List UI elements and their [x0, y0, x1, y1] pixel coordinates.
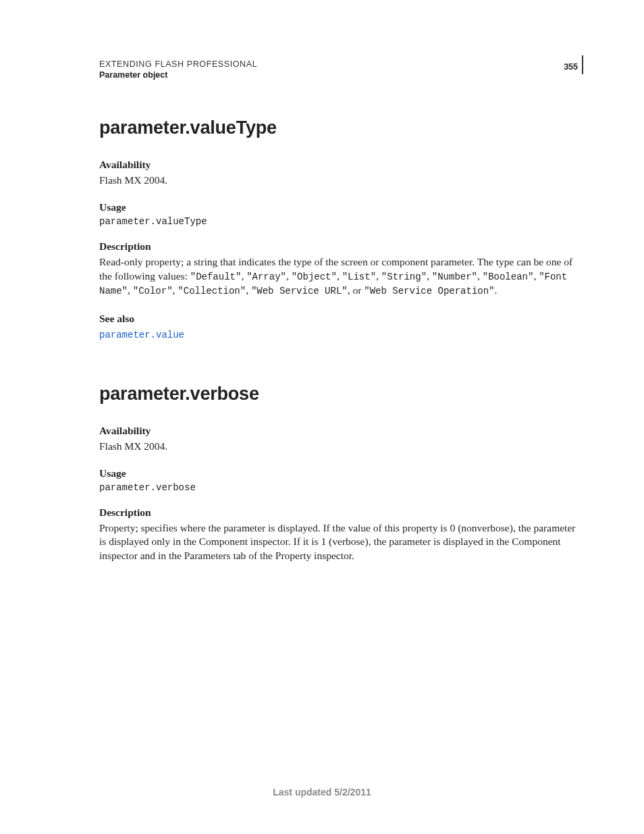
code-color: "Color"	[133, 286, 173, 296]
code-string: "String"	[381, 271, 427, 282]
doc-title: EXTENDING FLASH PROFESSIONAL	[99, 59, 257, 69]
code-web-service-op: "Web Service Operation"	[364, 286, 494, 296]
footer-updated: Last updated 5/2/2011	[0, 787, 644, 798]
header-left: EXTENDING FLASH PROFESSIONAL Parameter o…	[99, 59, 257, 80]
code-web-service-url: "Web Service URL"	[251, 286, 348, 296]
see-also-links: parameter.value	[99, 328, 583, 342]
page-content: EXTENDING FLASH PROFESSIONAL Parameter o…	[0, 0, 644, 563]
code-array: "Array"	[246, 271, 286, 282]
description-text-valuetype: Read-only property; a string that indica…	[99, 255, 583, 298]
link-parameter-value[interactable]: parameter.value	[99, 330, 184, 340]
description-text-verbose: Property; specifies where the parameter …	[99, 521, 583, 564]
availability-text-2: Flash MX 2004.	[99, 440, 583, 454]
availability-label: Availability	[99, 159, 583, 171]
page-number: 355	[564, 62, 582, 72]
page-number-rule	[582, 55, 583, 74]
code-collection: "Collection"	[178, 286, 246, 296]
availability-label-2: Availability	[99, 425, 583, 437]
page-number-wrap: 355	[564, 59, 583, 74]
usage-label: Usage	[99, 201, 583, 213]
description-label: Description	[99, 240, 583, 253]
description-label-2: Description	[99, 506, 583, 519]
entry-heading-verbose: parameter.verbose	[99, 384, 583, 405]
running-header: EXTENDING FLASH PROFESSIONAL Parameter o…	[99, 59, 583, 80]
code-boolean: "Boolean"	[483, 271, 534, 282]
availability-text: Flash MX 2004.	[99, 174, 583, 188]
code-list: "List"	[342, 271, 376, 282]
code-number: "Number"	[432, 271, 477, 282]
doc-subtitle: Parameter object	[99, 70, 257, 80]
entry-heading-valuetype: parameter.valueType	[99, 118, 583, 138]
code-object: "Object"	[292, 271, 337, 282]
see-also-label: See also	[99, 313, 583, 325]
code-default: "Default"	[190, 271, 242, 282]
usage-label-2: Usage	[99, 467, 583, 479]
usage-code: parameter.valueType	[99, 216, 583, 227]
usage-code-2: parameter.verbose	[99, 482, 583, 493]
